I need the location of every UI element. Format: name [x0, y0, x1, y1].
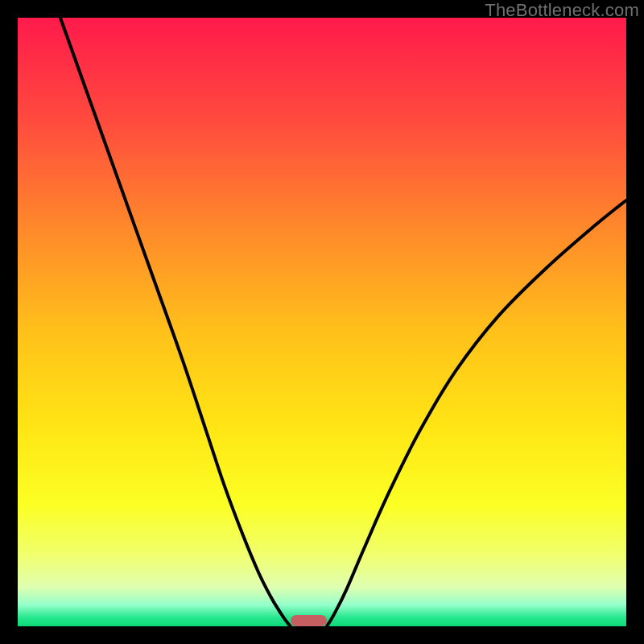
plot-area [18, 18, 626, 626]
watermark: TheBottleneck.com [485, 0, 639, 21]
plateau-marker [291, 615, 327, 626]
curve-right [327, 200, 626, 626]
curve-left [60, 18, 291, 626]
bottleneck-curves [18, 18, 626, 626]
